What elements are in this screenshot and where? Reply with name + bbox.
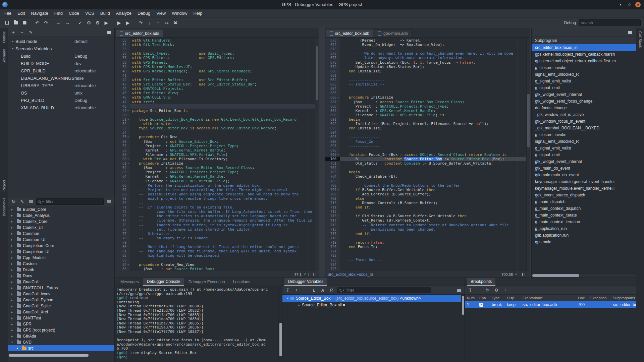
fold-icon[interactable]: ▾ bbox=[126, 158, 130, 161]
code-line[interactable]: procedure Gtk_New bbox=[130, 135, 315, 139]
code-line[interactable]: (Box : out Source_Editor_Box; bbox=[130, 139, 315, 144]
menu-file[interactable]: File bbox=[1, 10, 14, 17]
expander-icon[interactable]: ▸ bbox=[9, 292, 15, 296]
code-line[interactable] bbox=[340, 209, 526, 214]
expander-icon[interactable]: ▸ bbox=[9, 220, 15, 223]
expander-icon[interactable]: ▸ bbox=[9, 214, 15, 217]
scenario-menu-button[interactable] bbox=[106, 29, 112, 36]
code-line[interactable]: with Src_Editor_Buffer; use Src_Editor_B… bbox=[130, 78, 315, 82]
expander-icon[interactable]: ▸ bbox=[9, 250, 15, 253]
scenario-value[interactable]: default bbox=[74, 39, 88, 44]
callstack-frame[interactable]: gdk_event_source_dispatch bbox=[532, 192, 636, 198]
expander-icon[interactable]: ▸ bbox=[9, 286, 15, 290]
scenario-value[interactable]: relocatable bbox=[74, 68, 96, 73]
back-button[interactable]: ← bbox=[55, 19, 62, 26]
code-line[interactable] bbox=[130, 47, 315, 51]
code-line[interactable]: -- later anyway, with more accurate info… bbox=[340, 56, 526, 60]
code-line[interactable]: Update_Status (Box.Status_Bar); bbox=[340, 65, 526, 69]
code-line[interactable]: (Box : access Source_Editor_Box_Record'C… bbox=[130, 166, 315, 170]
project-item[interactable]: ▸GnatColl bbox=[8, 279, 114, 285]
code-line[interactable]: -- Initialize -- bbox=[340, 82, 526, 86]
refresh-project-button[interactable]: ↻ bbox=[10, 198, 17, 205]
code-line[interactable]: with Gtk.Text_Mark; bbox=[130, 43, 315, 47]
fold-icon[interactable]: ▾ bbox=[336, 215, 340, 218]
edit-project-button[interactable]: ✎ bbox=[19, 198, 25, 205]
code-line[interactable] bbox=[340, 148, 526, 153]
code-line[interactable]: procedure Initialize bbox=[340, 95, 526, 100]
code-line[interactable]: procedure Create_New_View bbox=[130, 262, 315, 267]
column-header-enb[interactable]: Enb bbox=[479, 296, 492, 300]
step-into-button[interactable]: ↓ bbox=[146, 19, 153, 26]
code-line[interactable]: -- possibilities when using aggregate pr… bbox=[130, 192, 315, 196]
expander-icon[interactable]: ▸ bbox=[9, 298, 15, 302]
project-item[interactable]: ▸GNATCOLL_Extras bbox=[8, 285, 114, 291]
editor-right-code[interactable]: (Kernel => Kernel, Event_On_Widget => Bo… bbox=[340, 38, 526, 271]
code-line[interactable]: -- highlighting will be deactivated. bbox=[130, 253, 315, 258]
open-file-button[interactable] bbox=[12, 19, 19, 26]
code-line[interactable]: Kernel : GPS.Kernel.Kernel_Handle; bbox=[130, 174, 315, 179]
expander-icon[interactable]: ▸ bbox=[9, 232, 15, 235]
scrollbar-thumb[interactable] bbox=[527, 94, 530, 147]
project-item[interactable]: ▸Cpp_Module bbox=[8, 255, 114, 261]
code-line[interactable]: with GPS.Kernel.Messages; use GPS.Kernel… bbox=[130, 69, 315, 73]
variables-vscrollbar[interactable] bbox=[461, 295, 465, 362]
expander-icon[interactable]: ▸ bbox=[9, 274, 15, 278]
menu-edit[interactable]: Edit bbox=[14, 10, 28, 17]
expander-icon[interactable]: ▸ bbox=[9, 316, 15, 320]
code-line[interactable] bbox=[340, 267, 526, 271]
callstack-frame[interactable]: _gtk_window_set_is_active bbox=[532, 111, 636, 118]
redo-button[interactable]: ↷ bbox=[42, 19, 50, 26]
code-line[interactable]: -- Project is the one controlling the fi… bbox=[130, 188, 315, 192]
code-line[interactable]: -- Load the file into the buffer. If Lan… bbox=[130, 209, 315, 214]
code-line[interactable]: with Src_Editor_Status_Bar; use Src_Edit… bbox=[130, 82, 315, 86]
callstack-frame[interactable]: gtk.main.main_do_event bbox=[532, 172, 636, 178]
code-line[interactable]: Add_Controls (B.Source_Buffer); bbox=[340, 192, 526, 196]
remove-breakpoint-button[interactable]: − bbox=[476, 287, 482, 294]
project-filter-input[interactable] bbox=[45, 199, 102, 204]
code-line[interactable]: with GNATCOLL.VFS; bbox=[130, 95, 315, 100]
tab-messages[interactable]: Messages bbox=[117, 278, 143, 286]
code-line[interactable] bbox=[340, 130, 526, 135]
code-line[interactable]: ---------------- bbox=[340, 86, 526, 91]
callstack-menu-button[interactable] bbox=[627, 29, 633, 36]
callstack-frame[interactable]: g_main_context_iteration bbox=[532, 219, 636, 225]
code-line[interactable]: B : constant Source_Editor_Box := Source… bbox=[340, 157, 526, 161]
code-line[interactable]: Filename : GNATCOLL.VFS.Virtual_File); bbox=[130, 179, 315, 183]
code-line[interactable]: Remove_Controls (B.Source_Buffer); bbox=[340, 201, 526, 205]
code-line[interactable]: procedure Initialize bbox=[130, 161, 315, 166]
code-line[interactable]: if Old_Status /= B.Source_Buffer.Get_Wri… bbox=[340, 214, 526, 218]
menu-window[interactable]: Window bbox=[169, 10, 190, 17]
code-line[interactable]: (Kernel => Kernel, bbox=[340, 38, 526, 43]
code-line[interactable]: Check_Writable (B); bbox=[340, 174, 526, 179]
scenario-row[interactable]: LIBADALANG_WARNINGSfalse bbox=[8, 74, 114, 82]
callstack-frame[interactable]: signal_emit_unlocked_R bbox=[532, 138, 636, 145]
code-line[interactable]: Project : GNATCOLL.Projects.Project_Type… bbox=[340, 104, 526, 109]
code-line[interactable]: --------------- bbox=[340, 262, 526, 267]
fold-icon[interactable]: ▾ bbox=[336, 96, 340, 99]
code-line[interactable]: -- permissions has been changed. bbox=[340, 227, 526, 232]
menu-debug[interactable]: Debug bbox=[135, 10, 153, 17]
tab-breakpoints[interactable]: Breakpoints bbox=[467, 278, 495, 286]
code-line[interactable] bbox=[130, 104, 315, 109]
column-header-file-variable[interactable]: File/Variable bbox=[523, 296, 578, 300]
scenario-row[interactable]: BuildDebug bbox=[8, 52, 114, 60]
expander-icon[interactable]: ▸ bbox=[9, 268, 15, 272]
code-line[interactable]: function Focus_In (Box : access GObject_… bbox=[340, 153, 526, 157]
code-line[interactable]: ---------------- bbox=[340, 78, 526, 82]
file-icon[interactable] bbox=[520, 273, 523, 276]
project-item[interactable]: ▸Custom bbox=[8, 261, 114, 267]
expander-icon[interactable]: ▸ bbox=[9, 244, 15, 247]
fold-icon[interactable]: ▾ bbox=[126, 118, 130, 121]
scenario-value[interactable]: dev bbox=[74, 61, 82, 66]
scrollbar-thumb[interactable] bbox=[316, 46, 318, 100]
code-line[interactable]: (Box : access Source_Editor_Box_Record'C… bbox=[340, 100, 526, 104]
project-view-mode-button[interactable] bbox=[28, 198, 34, 205]
menu-code[interactable]: Code bbox=[66, 10, 82, 17]
scenario-value[interactable]: relocatable bbox=[74, 83, 96, 88]
code-line[interactable]: return False; bbox=[340, 240, 526, 245]
project-item[interactable]: ▸GnatColl_Python bbox=[8, 297, 114, 303]
callstack-frame[interactable]: src_editor_box.focus_in bbox=[532, 44, 636, 51]
menu-navigate[interactable]: Navigate bbox=[28, 10, 51, 17]
code-line[interactable]: end Initialize; bbox=[340, 69, 526, 73]
callstack-frame[interactable]: g_main_dispatch bbox=[532, 198, 636, 205]
